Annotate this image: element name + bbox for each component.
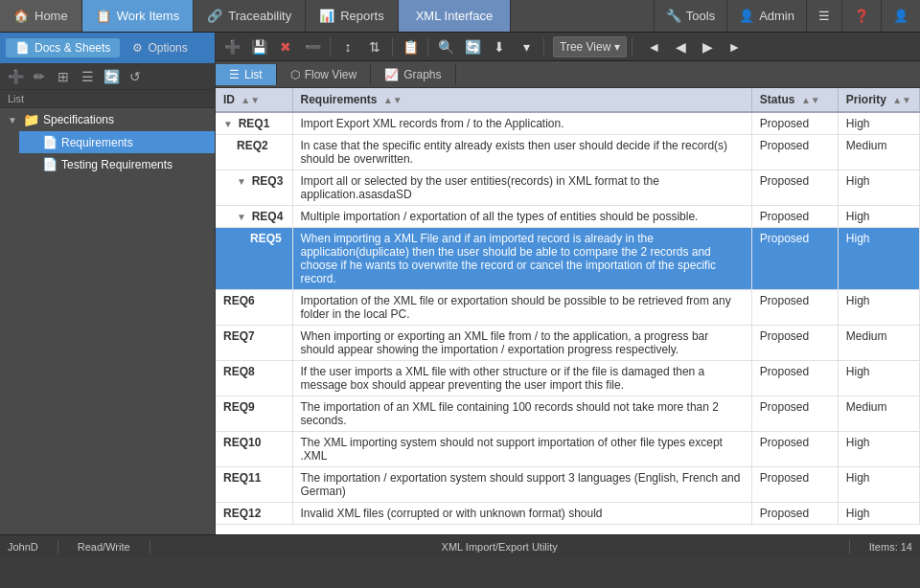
help-button[interactable]: ❓ [841,0,881,32]
options-icon: ⚙ [132,41,143,55]
options-tab[interactable]: ⚙ Options [123,38,196,57]
tab-traceability[interactable]: 🔗 Traceability [194,0,306,32]
tab-list[interactable]: ☰ List [216,64,277,85]
sync-button[interactable]: ↺ [125,66,146,87]
row-id: REQ3 [252,174,284,188]
table-row[interactable]: ▼ REQ1Import Export XML records from / t… [216,112,920,135]
testing-requirements-label: Testing Requirements [61,158,172,171]
list-button[interactable]: ☰ [77,66,98,87]
sort-priority-icon: ▲▼ [892,95,911,105]
status-bar: JohnD Read/Write XML Import/Export Utili… [0,534,920,557]
table-row[interactable]: REQ8If the user imports a XML file with … [216,361,920,396]
col-id-label: ID [223,93,235,106]
row-requirements: Multiple importation / exportation of al… [292,206,751,228]
nav-next-button[interactable]: ▶ [695,35,720,58]
row-requirements: The importation / exportation system sho… [292,467,751,503]
refresh-button[interactable]: 🔄 [460,35,485,58]
status-items: Items: 14 [869,541,912,553]
tab-reports[interactable]: 📊 Reports [306,0,399,32]
status-mode: Read/Write [78,541,130,553]
options-label: Options [148,41,187,55]
tree-view-label: Tree View [560,40,610,54]
edit-left-button[interactable]: ✏ [29,66,50,87]
row-id: REQ10 [223,436,261,449]
copy-button[interactable]: 📋 [398,35,423,58]
add-button[interactable]: ➕ [219,35,244,58]
tree-item-specifications[interactable]: ▼ 📁 Specifications [0,108,215,131]
nav-first-button[interactable]: ◄ [641,35,666,58]
sep1 [330,37,331,57]
table-row[interactable]: REQ11The importation / exportation syste… [216,467,920,503]
refresh-left-button[interactable]: 🔄 [101,66,122,87]
status-utility: XML Import/Export Utility [170,541,830,553]
sep3 [427,37,428,57]
user-icon: 👤 [893,9,908,23]
more-button[interactable]: ▾ [514,35,539,58]
table-row[interactable]: ▼ REQ3Import all or selected by the user… [216,170,920,206]
tree-item-testing-requirements[interactable]: 📄 Testing Requirements [19,153,215,175]
docs-sheets-tab[interactable]: 📄 Docs & Sheets [6,38,120,57]
move-down-button[interactable]: ⇅ [362,35,387,58]
row-priority: High [838,432,919,467]
help-icon: ❓ [854,9,869,23]
col-requirements[interactable]: Requirements ▲▼ [292,88,751,112]
tab-flow-view[interactable]: ⬡ Flow View [277,64,371,85]
row-status: Proposed [751,170,838,206]
add-left-button[interactable]: ➕ [5,66,26,87]
row-requirements: The XML importing system should not supp… [292,432,751,467]
search-button[interactable]: 🔍 [433,35,458,58]
tab-graphs[interactable]: 📈 Graphs [371,64,455,85]
table-row[interactable]: REQ2In case that the specific entity alr… [216,135,920,170]
table-row[interactable]: REQ6Importation of the XML file or expor… [216,290,920,326]
table-row[interactable]: REQ7When importing or exporting an XML f… [216,326,920,361]
sort-id-icon: ▲▼ [241,95,260,105]
row-status: Proposed [751,503,838,525]
table-row[interactable]: REQ9The importation of an XML file conta… [216,396,920,432]
xml-interface-tab[interactable]: XML Interface [399,0,511,32]
tab-home[interactable]: 🏠 Home [0,0,82,32]
remove-button[interactable]: ➖ [300,35,325,58]
tab-work-items[interactable]: 📋 Work Items [82,0,195,32]
col-status[interactable]: Status ▲▼ [751,88,838,112]
grid-button[interactable]: ⊞ [53,66,74,87]
expand-row-icon[interactable]: ▼ [223,119,236,129]
row-priority: Medium [838,326,919,361]
admin-button[interactable]: 👤 Admin [726,0,806,32]
col-priority-label: Priority [846,93,886,106]
move-up-button[interactable]: ↕ [335,35,360,58]
tab-work-items-label: Work Items [117,9,180,23]
row-priority: High [838,467,919,503]
hamburger-button[interactable]: ☰ [806,0,841,32]
row-priority: High [838,290,919,326]
table-header-row: ID ▲▼ Requirements ▲▼ Status ▲▼ Priori [216,88,920,112]
right-toolbar: ➕ 💾 ✖ ➖ ↕ ⇅ 📋 🔍 🔄 ⬇ ▾ Tree View ▾ ◄ ◀ ▶ [216,33,920,61]
expand-icon: ▼ [8,115,19,125]
expand-row-icon[interactable]: ▼ [237,212,249,222]
nav-last-button[interactable]: ► [722,35,747,58]
tree-item-requirements[interactable]: 📄 Requirements [19,131,215,153]
col-priority[interactable]: Priority ▲▼ [838,88,919,112]
export-button[interactable]: ⬇ [487,35,512,58]
expand-row-icon[interactable]: ▼ [237,176,249,187]
delete-button[interactable]: ✖ [273,35,298,58]
col-id[interactable]: ID ▲▼ [216,88,292,112]
table-row[interactable]: REQ5When importing a XML File and if an … [216,228,920,290]
row-id: REQ2 [237,139,268,152]
nav-prev-button[interactable]: ◀ [668,35,693,58]
sep4 [543,37,544,57]
tools-button[interactable]: 🔧 Tools [654,0,726,32]
tree-view-dropdown[interactable]: Tree View ▾ [553,36,627,57]
user-icon-button[interactable]: 👤 [881,0,920,32]
row-id: REQ4 [252,210,284,223]
table-row[interactable]: REQ10The XML importing system should not… [216,432,920,467]
table-row[interactable]: REQ12Invalid XML files (corrupted or wit… [216,503,920,525]
row-id: REQ1 [239,117,270,130]
left-panel: 📄 Docs & Sheets ⚙ Options ➕ ✏ ⊞ ☰ 🔄 ↺ Li… [0,33,216,534]
row-id: REQ8 [223,365,255,378]
row-status: Proposed [751,326,838,361]
tree-children: 📄 Requirements 📄 Testing Requirements [0,131,215,175]
row-requirements: Import Export XML records from / to the … [292,112,751,135]
menu-right: 🔧 Tools 👤 Admin ☰ ❓ 👤 [654,0,920,32]
save-button[interactable]: 💾 [246,35,271,58]
table-row[interactable]: ▼ REQ4Multiple importation / exportation… [216,206,920,228]
